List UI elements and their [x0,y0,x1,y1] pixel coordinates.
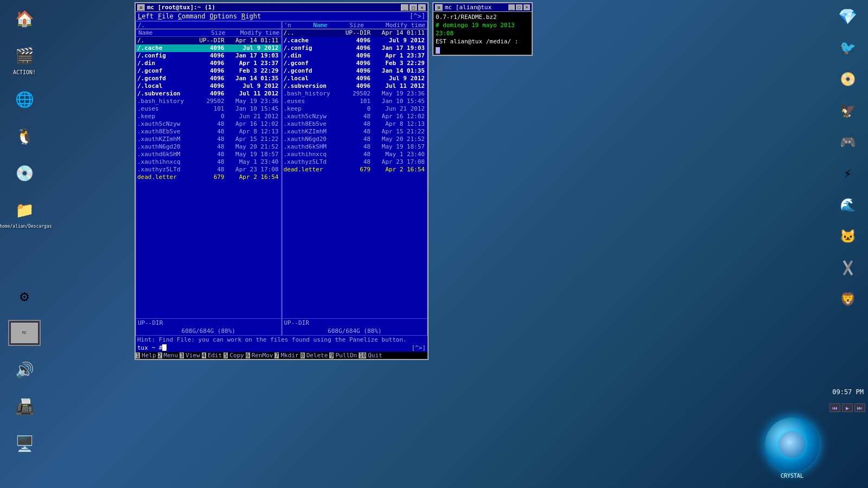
left-file-mtime-14: May 19 18:57 [226,151,280,158]
prev-btn[interactable]: ⏮ [829,403,840,412]
left-updir-row[interactable]: /. UP--DIR Apr 14 01:11 [136,37,281,44]
desktop-icon-gem[interactable]: 💎 [833,5,863,27]
right-updir-row[interactable]: /.. UP--DIR Apr 14 01:11 [283,29,427,37]
mc-maximize-btn[interactable]: □ [410,4,417,11]
left-file-row-14[interactable]: .xauthd6kSHM 48 May 19 18:57 [136,151,281,158]
left-file-row-0[interactable]: /.cache 4096 Jul 9 2012 [136,44,281,52]
desktop-icon-desktop[interactable]: 🖥️ [5,431,43,457]
left-file-row-6[interactable]: /.subversion 4096 Jul 11 2012 [136,90,281,98]
right-file-row-11[interactable]: .xauth8Eb5ve 48 Apr 8 12:13 [283,120,427,128]
fk-6[interactable]: 6RenMov [246,352,275,359]
desktop-icon-cd[interactable]: 📀 [833,68,863,90]
left-file-row-1[interactable]: /.config 4096 Jan 17 19:03 [136,52,281,60]
left-file-row-10[interactable]: .xauth5cNzyw 48 Apr 16 12:02 [136,120,281,128]
gem-icon: 💎 [837,5,859,27]
desktop-icon-folder[interactable]: 📁 /home/alian/Descargas [5,197,43,229]
right-file-row-10[interactable]: .xauth5cNzyw 48 Apr 16 12:02 [283,113,427,120]
fk-9[interactable]: 9PullDn [329,352,359,359]
term-winclose-btn[interactable]: × [524,4,530,10]
play-btn[interactable]: ▶ [842,403,853,412]
left-file-row-3[interactable]: /.gconf 4096 Feb 3 22:29 [136,67,281,75]
right-file-row-2[interactable]: /.din 4096 Apr 1 23:37 [283,52,427,60]
mc-menu-file[interactable]: File [158,12,174,20]
mc-close-btn[interactable]: ≡ [137,4,145,11]
term-minimize-btn[interactable]: _ [508,4,515,10]
left-file-row-2[interactable]: /.din 4096 Apr 1 23:37 [136,60,281,67]
desktop-icon-lion[interactable]: 🦁 [833,288,863,310]
desktop-icons-right: 💎 🐦 📀 🦅 🎮 ⚡ 🌊 🐱 🦁 [833,5,863,310]
mc-menu-command[interactable]: Command [178,12,206,20]
left-file-mtime-2: Apr 1 23:37 [226,60,280,67]
term-close-btn[interactable]: ≡ [435,4,443,11]
fk-3[interactable]: 3View [180,352,202,359]
left-file-size-8: 101 [199,105,226,113]
left-file-row-4[interactable]: /.gconfd 4096 Jan 14 01:35 [136,75,281,82]
mc-menu-left[interactable]: Left [138,12,154,20]
left-file-row-13[interactable]: .xauthN6gd20 48 May 20 21:52 [136,143,281,151]
fk-5-label: Copy [228,352,246,359]
right-file-row-13[interactable]: .xauthN6gd20 48 May 20 21:52 [283,136,427,143]
fk-4[interactable]: 4Edit [202,352,224,359]
mc-menubar: Left File Command Options Right [^>] [136,12,427,21]
desktop-icon-wave[interactable]: 🌊 [833,194,863,216]
left-file-row-16[interactable]: .xauthyz5LTd 48 Apr 23 17:08 [136,166,281,174]
right-file-row-16[interactable]: .xauthyz5LTd 48 Apr 23 17:08 [283,158,427,166]
right-file-row-17[interactable]: dead.letter 679 Apr 2 16:54 [283,166,427,174]
left-file-row-15[interactable]: .xauthihnxcq 48 May 1 23:40 [136,158,281,166]
term-cursor-line[interactable] [436,46,529,54]
fk-7[interactable]: 7Mkdir [275,352,300,359]
desktop-icon-action[interactable]: 🎬 ACTION! [5,42,43,75]
left-file-row-7[interactable]: .bash_history 29502 May 19 23:36 [136,98,281,105]
desktop-icon-settings[interactable]: ⚙️ [5,283,43,309]
desktop-icon-lightning[interactable]: ⚡ [833,163,863,184]
crystal-ball-widget[interactable]: CRYSTAL [765,418,819,472]
left-file-name-2: /.din [137,60,199,67]
right-file-row-7[interactable]: .bash_history 29502 May 19 23:36 [283,90,427,98]
desktop-icon-edit-tools[interactable] [833,257,863,279]
mc-minimize-btn[interactable]: _ [401,4,409,11]
desktop-icon-cat[interactable]: 🐱 [833,226,863,247]
desktop-icon-game[interactable]: 🎮 [833,131,863,153]
left-file-row-11[interactable]: .xauth8Eb5ve 48 Apr 8 12:13 [136,128,281,136]
desktop-icon-eagle[interactable]: 🦅 [833,100,863,121]
fk-10[interactable]: 10Quit [359,352,384,359]
right-file-row-8[interactable]: .euses 101 Jan 10 15:45 [283,98,427,105]
right-file-row-15[interactable]: .xauthihnxcq 48 May 1 23:40 [283,151,427,158]
next-btn[interactable]: ⏭ [854,403,865,412]
left-file-row-17[interactable]: dead.letter 679 Apr 2 16:54 [136,174,281,181]
term-maximize-btn[interactable]: □ [516,4,522,10]
right-file-row-0[interactable]: /.cache 4096 Jul 9 2012 [283,37,427,44]
fax-icon: 📠 [11,394,37,420]
mc-winclose-btn[interactable]: × [418,4,426,11]
left-file-row-9[interactable]: .keep 0 Jun 21 2012 [136,113,281,120]
right-file-row-1[interactable]: /.config 4096 Jan 17 19:03 [283,44,427,52]
right-file-row-6[interactable]: /.subversion 4096 Jul 11 2012 [283,82,427,90]
desktop-icon-sound[interactable]: 🔊 [5,357,43,383]
desktop-icon-linux[interactable]: 🐧 [5,123,43,149]
left-file-row-12[interactable]: .xauthKZImhM 48 Apr 15 21:22 [136,136,281,143]
desktop-icon-globe[interactable]: 🌐 [5,86,43,112]
right-file-size-15: 48 [344,151,372,158]
left-file-row-8[interactable]: .euses 101 Jan 10 15:45 [136,105,281,113]
fk-2[interactable]: 2Menu [158,352,180,359]
desktop-icon-fax[interactable]: 📠 [5,394,43,420]
mc-menu-right[interactable]: Right [241,12,261,20]
left-file-row-5[interactable]: /.local 4096 Jul 9 2012 [136,82,281,90]
mc-menu-options[interactable]: Options [209,12,237,20]
fk-8[interactable]: 8Delete [301,352,330,359]
mc-window-title: mc [root@tux]:~ (1) [147,4,215,11]
desktop-icon-bird[interactable]: 🐦 [833,37,863,59]
right-file-row-12[interactable]: .xauthKZImhM 48 Apr 15 21:22 [283,128,427,136]
right-file-row-9[interactable]: .keep 0 Jun 21 2012 [283,105,427,113]
fk-5[interactable]: 5Copy [224,352,246,359]
right-file-row-14[interactable]: .xauthd6kSHM 48 May 19 18:57 [283,143,427,151]
desktop-icon-disc[interactable]: 💿 [5,160,43,186]
right-file-row-5[interactable]: /.local 4096 Jul 9 2012 [283,75,427,82]
right-file-row-4[interactable]: /.gconfd 4096 Jan 14 01:35 [283,67,427,75]
fk-1[interactable]: 1Help [136,352,158,359]
desktop-icon-home[interactable]: 🏠 [5,5,43,31]
desktop-icon-monitor[interactable]: MC [5,320,43,346]
left-col-mtime: Modify time [226,29,280,36]
right-file-row-3[interactable]: /.gconf 4096 Feb 3 22:29 [283,60,427,67]
mc-command-line[interactable]: tux ~ # [^>] [136,344,427,352]
